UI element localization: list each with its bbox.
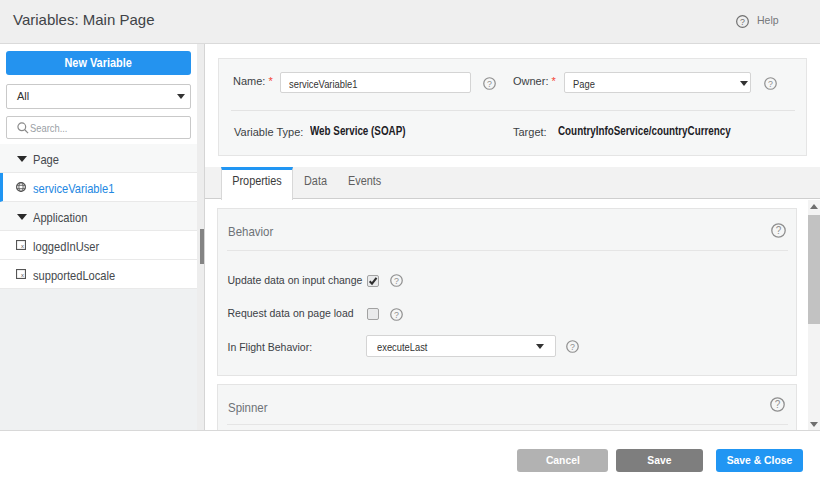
svg-text:?: ?	[768, 78, 773, 88]
svg-text:?: ?	[394, 310, 399, 320]
svg-text:x: x	[21, 272, 24, 278]
svg-text:x: x	[21, 243, 24, 249]
svg-text:?: ?	[487, 78, 492, 88]
svg-text:?: ?	[570, 341, 575, 351]
svg-text:?: ?	[776, 225, 782, 236]
svg-text:?: ?	[394, 276, 399, 286]
svg-text:?: ?	[740, 17, 745, 27]
svg-text:?: ?	[775, 399, 781, 410]
